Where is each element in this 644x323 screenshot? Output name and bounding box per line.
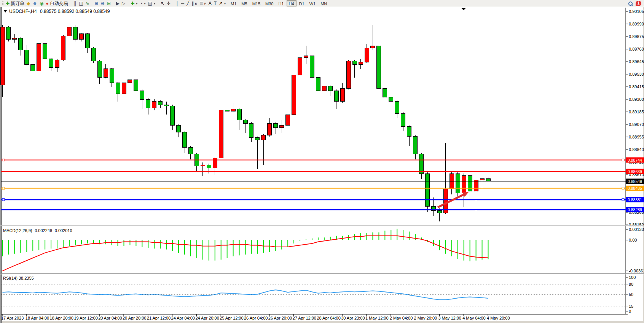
candle-body (328, 86, 332, 91)
candle-body (298, 58, 302, 75)
timeframe-mn[interactable]: MN (318, 0, 329, 6)
bar-chart-icon[interactable]: ║ (72, 0, 78, 7)
signals-icon[interactable]: ◉ (38, 0, 45, 7)
candle-body (462, 176, 466, 193)
candle-body (237, 109, 241, 120)
candle-body (0, 27, 5, 85)
candle-body (91, 48, 96, 61)
templates-icon: ▤ (148, 0, 152, 7)
hline-handle[interactable] (622, 199, 624, 201)
candle-body (85, 34, 89, 48)
candle-body (468, 176, 472, 191)
candle-body (371, 46, 375, 48)
timeframe-group: M1M5M15M30H1H4D1W1MN (228, 0, 329, 6)
price-tick-label: 0.89760 (629, 47, 644, 51)
candle-body (456, 173, 460, 193)
time-label: 17 Apr 2023 (1, 316, 24, 320)
vertical-line-icon: │ (176, 0, 179, 7)
crosshair-icon[interactable]: ✛ (166, 0, 172, 7)
line-chart-icon: ∿ (86, 0, 89, 7)
price-badge-label: 0.88744 (628, 158, 642, 162)
price-tick-label: 0.89875 (629, 34, 644, 39)
community-profile-icon[interactable]: ☻ (31, 0, 38, 7)
timeframe-m15[interactable]: M15 (250, 0, 263, 6)
hline-handle[interactable] (622, 187, 624, 189)
indicators-icon[interactable]: ✚▾ (129, 0, 139, 7)
time-label: 2 May 04:00 (390, 316, 413, 320)
candle-body (389, 97, 393, 101)
line-chart-icon[interactable]: ∿ (84, 0, 91, 7)
equidistant-channel-icon[interactable]: ∥E (190, 0, 198, 7)
trendline-icon[interactable]: ╱ (185, 0, 190, 7)
chart-canvas[interactable]: 0.901050.899900.898750.897600.896450.895… (0, 0, 644, 323)
auto-scroll-icon[interactable]: ▶ (115, 0, 121, 7)
time-label: 3 May 12:00 (438, 316, 461, 320)
periods-icon[interactable]: ◔▾ (139, 0, 147, 7)
price-tick-label: 0.89415 (629, 84, 644, 89)
timeframe-w1[interactable]: W1 (307, 0, 318, 6)
candle-body (128, 80, 132, 83)
timeframe-h1[interactable]: H1 (276, 0, 286, 6)
templates-icon-dropdown[interactable]: ▾ (154, 2, 155, 5)
timeframe-m30[interactable]: M30 (263, 0, 276, 6)
indicators-icon-dropdown[interactable]: ▾ (136, 2, 137, 5)
hline-handle[interactable] (622, 159, 624, 161)
fibonacci-icon[interactable]: ≣F (198, 0, 207, 7)
hline-handle[interactable] (2, 187, 5, 189)
chart-shift-icon[interactable]: ▷ (121, 0, 126, 7)
mql5-market-icon: ◆ (27, 0, 30, 7)
toolbar-icon-group: ✚新订单◆☻◉●自动交易║◫∿⊕⊖⊞▶▷✚▾◔▾▤▾↖✛│─╱∥E≣FAT↗▾ (5, 0, 227, 7)
candle-body (61, 36, 65, 60)
tile-windows-icon[interactable]: ⊞ (106, 0, 112, 7)
candle-body (474, 180, 478, 191)
horizontal-line-icon[interactable]: ─ (180, 0, 186, 7)
auto-scroll-icon: ▶ (116, 0, 120, 7)
zoom-in-icon: ⊕ (95, 0, 99, 7)
tile-windows-icon: ⊞ (107, 0, 111, 7)
candle-body (67, 27, 71, 36)
timeframe-h4[interactable]: H4 (287, 0, 296, 6)
zoom-out-icon[interactable]: ⊖ (100, 0, 106, 7)
macd-axis-label: -0.003619 (629, 269, 644, 273)
hline-handle[interactable] (2, 159, 5, 161)
candle-body (146, 99, 150, 108)
new-order-button[interactable]: ✚新订单 (5, 0, 26, 7)
candle-body (116, 83, 120, 94)
toolbar-grip[interactable] (2, 1, 3, 6)
candlestick-chart-icon: ◫ (79, 0, 83, 7)
macd-axis-label: 0.00 (629, 238, 637, 242)
timeframe-m5[interactable]: M5 (239, 0, 249, 6)
candle-body (188, 147, 193, 154)
mql5-market-icon[interactable]: ◆ (26, 0, 31, 7)
candle-body (140, 91, 144, 99)
time-label: 25 Apr 12:00 (220, 316, 243, 320)
notification-badge[interactable]: 1 (636, 1, 641, 6)
price-tick-label: 0.88840 (629, 147, 644, 152)
candle-body (97, 61, 102, 78)
time-label: 26 Apr 20:00 (268, 316, 292, 320)
time-label: 20 Apr 04:00 (98, 316, 122, 320)
indicators-icon: ✚ (131, 0, 134, 7)
candle-body (122, 83, 126, 94)
candle-body (104, 69, 108, 78)
vertical-line-icon[interactable]: │ (175, 0, 180, 7)
arrows-icon-dropdown[interactable]: ▾ (224, 2, 226, 5)
candle-body (158, 102, 163, 105)
candle-body (310, 56, 314, 77)
candle-body (55, 60, 59, 68)
autotrade-button[interactable]: ●自动交易 (45, 0, 69, 7)
periods-icon-dropdown[interactable]: ▾ (144, 2, 146, 5)
candlestick-chart-icon[interactable]: ◫ (78, 0, 84, 7)
candle-body (426, 173, 430, 206)
arrows-icon[interactable]: ↗▾ (218, 0, 227, 7)
templates-icon[interactable]: ▤▾ (147, 0, 156, 7)
cursor-icon[interactable]: ↖ (159, 0, 166, 7)
timeframe-d1[interactable]: D1 (297, 0, 307, 6)
hline-handle[interactable] (2, 199, 5, 201)
new-order-button: ✚ (6, 0, 10, 7)
search-icon[interactable] (628, 2, 633, 6)
text-icon[interactable]: A (207, 0, 213, 7)
timeframe-m1[interactable]: M1 (228, 0, 239, 6)
label-icon[interactable]: T (213, 0, 218, 7)
zoom-in-icon[interactable]: ⊕ (94, 0, 100, 7)
